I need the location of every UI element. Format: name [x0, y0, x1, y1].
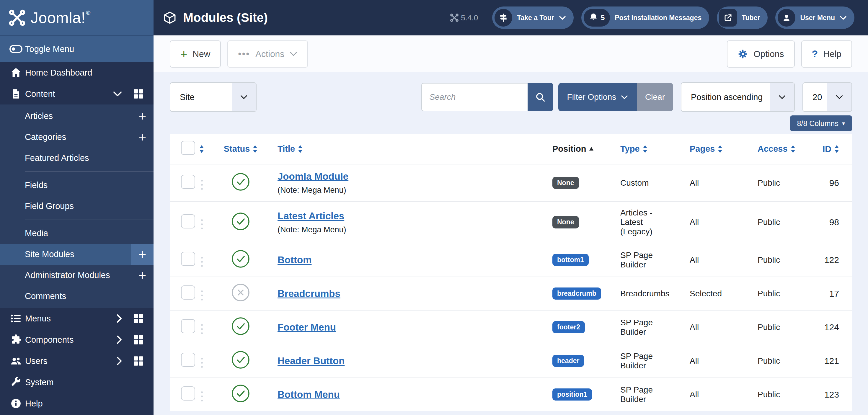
module-access: Public — [749, 201, 817, 243]
sidebar-item-featured-articles[interactable]: Featured Articles — [0, 148, 154, 168]
sidebar-item-comments[interactable]: Comments — [0, 286, 154, 307]
content-area: Site Filter Options Clear — [154, 72, 868, 415]
filter-options-button[interactable]: Filter Options — [558, 83, 637, 111]
plus-icon[interactable]: + — [131, 106, 154, 127]
module-pages: All — [681, 243, 749, 277]
chevron-down-icon — [232, 83, 256, 111]
grid-icon[interactable] — [133, 313, 144, 324]
drag-handle-icon[interactable] — [199, 390, 205, 403]
status-icon[interactable] — [231, 317, 250, 335]
row-checkbox[interactable] — [181, 319, 195, 333]
sidebar-item-system[interactable]: System — [0, 372, 154, 393]
row-checkbox[interactable] — [181, 252, 195, 266]
grid-icon[interactable] — [133, 88, 144, 99]
sidebar-item-content[interactable]: Content — [0, 83, 154, 104]
columns-row: 8/8 Columns ▾ — [170, 116, 852, 131]
module-title-link[interactable]: Breadcrumbs — [278, 288, 340, 299]
row-checkbox[interactable] — [181, 175, 195, 189]
drag-handle-icon[interactable] — [199, 255, 205, 268]
search-button[interactable] — [528, 83, 553, 111]
search-icon — [535, 92, 546, 102]
module-title-link[interactable]: Bottom Menu — [278, 389, 340, 400]
chevron-down-icon[interactable] — [113, 91, 122, 97]
sort-select[interactable]: Position ascending — [681, 82, 795, 112]
sidebar-item-fields[interactable]: Fields — [0, 175, 154, 196]
client-select[interactable]: Site — [170, 82, 256, 112]
pages-sort-header[interactable]: Pages — [690, 144, 749, 154]
module-type: Articles - Latest (Legacy) — [612, 201, 681, 243]
module-title-link[interactable]: Footer Menu — [278, 322, 336, 333]
plus-icon[interactable]: + — [131, 244, 154, 265]
drag-handle-icon[interactable] — [199, 178, 205, 192]
wrench-icon — [7, 377, 25, 388]
id-sort-header[interactable]: ID — [817, 144, 839, 154]
options-button[interactable]: Options — [727, 40, 795, 68]
select-all-checkbox[interactable] — [181, 141, 195, 155]
drag-handle-icon[interactable] — [199, 218, 205, 231]
plus-icon: + — [180, 48, 187, 60]
type-sort-header[interactable]: Type — [620, 144, 673, 154]
sidebar-item-articles[interactable]: Articles + — [0, 106, 154, 127]
sidebar-item-administrator-modules[interactable]: Administrator Modules + — [0, 265, 154, 286]
sidebar-item-site-modules[interactable]: Site Modules + — [0, 244, 154, 265]
status-icon[interactable] — [231, 250, 250, 268]
plus-icon[interactable]: + — [131, 265, 154, 286]
user-menu-button[interactable]: User Menu — [775, 6, 855, 29]
sidebar-item-menus[interactable]: Menus — [0, 308, 154, 329]
status-icon[interactable] — [231, 283, 250, 302]
sidebar-item-media[interactable]: Media — [0, 223, 154, 244]
plus-icon[interactable]: + — [131, 127, 154, 148]
status-icon[interactable] — [231, 173, 250, 191]
list-limit-select[interactable]: 20 — [802, 82, 852, 112]
sidebar-item-users[interactable]: Users — [0, 350, 154, 372]
search-input[interactable] — [421, 83, 528, 111]
sidebar: Joomla!® Toggle Menu Home Dashboard Cont… — [0, 0, 154, 415]
drag-handle-icon[interactable] — [199, 356, 205, 370]
chevron-down-icon — [827, 83, 851, 111]
sidebar-item-toggle-menu[interactable]: Toggle Menu — [0, 35, 154, 62]
row-checkbox[interactable] — [181, 214, 195, 228]
actions-button[interactable]: ••• Actions — [227, 40, 308, 68]
toolbar-right: Options ? Help — [727, 40, 852, 68]
sidebar-item-home-dashboard[interactable]: Home Dashboard — [0, 62, 154, 83]
drag-handle-icon[interactable] — [199, 289, 205, 302]
take-a-tour-button[interactable]: Take a Tour — [492, 6, 574, 29]
status-icon[interactable] — [231, 351, 250, 369]
status-sort-header[interactable]: Status — [220, 144, 261, 154]
sidebar-item-help[interactable]: Help — [0, 393, 154, 414]
grid-icon[interactable] — [133, 334, 144, 345]
sort-icon — [199, 145, 204, 153]
access-sort-header[interactable]: Access — [757, 144, 817, 154]
module-title-link[interactable]: Latest Articles — [278, 211, 344, 221]
chevron-down-icon — [770, 83, 794, 111]
module-title-link[interactable]: Header Button — [278, 355, 345, 366]
status-icon[interactable] — [231, 212, 250, 230]
position-sort-header[interactable]: Position — [552, 144, 612, 154]
drag-handle-icon[interactable] — [199, 322, 205, 336]
row-checkbox[interactable] — [181, 285, 195, 299]
sidebar-item-field-groups[interactable]: Field Groups — [0, 196, 154, 217]
grid-icon[interactable] — [133, 355, 144, 366]
module-title-link[interactable]: Bottom — [278, 254, 311, 265]
columns-toggle-button[interactable]: 8/8 Columns ▾ — [790, 116, 852, 131]
module-type: SP Page Builder — [612, 378, 681, 411]
position-badge: bottom1 — [552, 254, 589, 266]
row-checkbox[interactable] — [181, 386, 195, 401]
list-icon — [7, 313, 25, 324]
title-sort-header[interactable]: Title — [278, 144, 544, 154]
ordering-sort-header[interactable] — [199, 145, 220, 153]
module-rows: Joomla Module (Note: Mega Menu) None Cus… — [170, 164, 852, 411]
new-button[interactable]: + New — [170, 40, 221, 68]
module-title-link[interactable]: Joomla Module — [278, 171, 348, 182]
status-icon[interactable] — [231, 384, 250, 403]
notification-lead: 5 — [584, 9, 610, 27]
row-checkbox[interactable] — [181, 353, 195, 367]
joomla-logo-icon — [9, 9, 25, 26]
preview-site-button[interactable]: Tuber — [717, 6, 768, 29]
clear-button[interactable]: Clear — [637, 83, 673, 111]
sidebar-item-components[interactable]: Components — [0, 329, 154, 350]
sidebar-item-categories[interactable]: Categories + — [0, 127, 154, 148]
help-button[interactable]: ? Help — [801, 40, 852, 68]
post-installation-messages-button[interactable]: 5 Post Installation Messages — [581, 6, 709, 29]
module-id: 96 — [817, 164, 852, 201]
